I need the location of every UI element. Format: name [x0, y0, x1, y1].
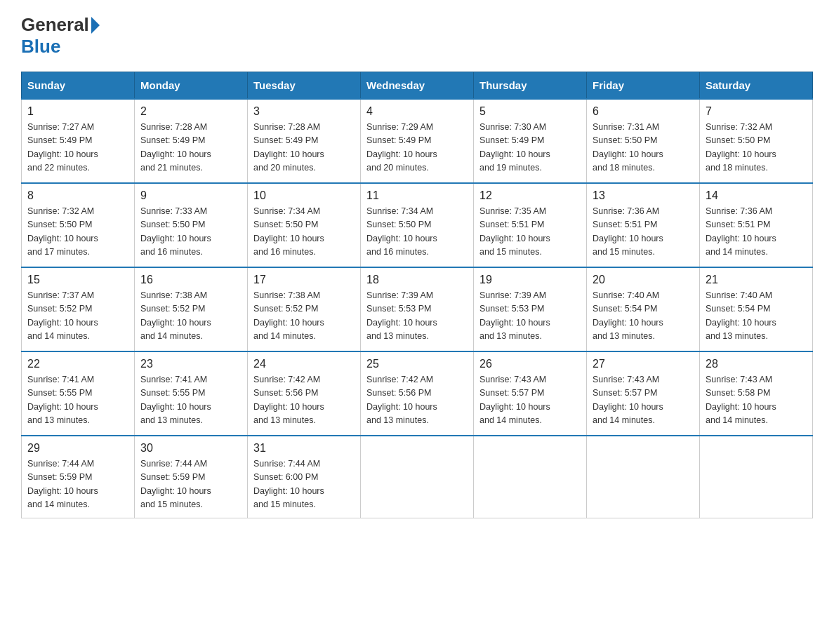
day-info: Sunrise: 7:35 AM Sunset: 5:51 PM Dayligh… — [479, 205, 581, 260]
week-row-3: 15 Sunrise: 7:37 AM Sunset: 5:52 PM Dayl… — [22, 267, 813, 351]
day-number: 31 — [253, 442, 355, 455]
day-cell: 3 Sunrise: 7:28 AM Sunset: 5:49 PM Dayli… — [248, 99, 361, 183]
day-cell: 18 Sunrise: 7:39 AM Sunset: 5:53 PM Dayl… — [361, 267, 474, 351]
day-cell: 24 Sunrise: 7:42 AM Sunset: 5:56 PM Dayl… — [248, 351, 361, 436]
day-number: 26 — [479, 358, 581, 370]
day-info: Sunrise: 7:28 AM Sunset: 5:49 PM Dayligh… — [140, 121, 241, 175]
day-number: 6 — [593, 105, 694, 118]
week-row-4: 22 Sunrise: 7:41 AM Sunset: 5:55 PM Dayl… — [22, 351, 813, 436]
day-cell: 26 Sunrise: 7:43 AM Sunset: 5:57 PM Dayl… — [474, 351, 587, 436]
day-cell: 15 Sunrise: 7:37 AM Sunset: 5:52 PM Dayl… — [22, 267, 135, 351]
day-info: Sunrise: 7:44 AM Sunset: 5:59 PM Dayligh… — [140, 457, 241, 512]
day-cell — [474, 436, 587, 518]
day-number: 7 — [706, 105, 807, 118]
day-number: 30 — [140, 442, 241, 455]
day-info: Sunrise: 7:33 AM Sunset: 5:50 PM Dayligh… — [140, 205, 241, 260]
day-info: Sunrise: 7:44 AM Sunset: 6:00 PM Dayligh… — [253, 457, 355, 512]
day-info: Sunrise: 7:36 AM Sunset: 5:51 PM Dayligh… — [706, 205, 807, 260]
day-cell: 23 Sunrise: 7:41 AM Sunset: 5:55 PM Dayl… — [135, 351, 248, 436]
day-cell: 12 Sunrise: 7:35 AM Sunset: 5:51 PM Dayl… — [474, 183, 587, 267]
day-cell — [361, 436, 474, 518]
day-info: Sunrise: 7:40 AM Sunset: 5:54 PM Dayligh… — [706, 289, 807, 344]
day-info: Sunrise: 7:38 AM Sunset: 5:52 PM Dayligh… — [140, 289, 241, 344]
day-number: 5 — [479, 105, 581, 118]
day-cell: 8 Sunrise: 7:32 AM Sunset: 5:50 PM Dayli… — [22, 183, 135, 267]
day-info: Sunrise: 7:27 AM Sunset: 5:49 PM Dayligh… — [27, 121, 128, 175]
day-cell: 13 Sunrise: 7:36 AM Sunset: 5:51 PM Dayl… — [587, 183, 700, 267]
day-info: Sunrise: 7:43 AM Sunset: 5:57 PM Dayligh… — [593, 373, 694, 428]
day-number: 2 — [140, 105, 241, 118]
header-monday: Monday — [135, 72, 248, 100]
day-cell: 31 Sunrise: 7:44 AM Sunset: 6:00 PM Dayl… — [248, 436, 361, 518]
day-info: Sunrise: 7:32 AM Sunset: 5:50 PM Dayligh… — [706, 121, 807, 175]
day-cell: 4 Sunrise: 7:29 AM Sunset: 5:49 PM Dayli… — [361, 99, 474, 183]
day-info: Sunrise: 7:29 AM Sunset: 5:49 PM Dayligh… — [366, 121, 468, 175]
day-cell: 1 Sunrise: 7:27 AM Sunset: 5:49 PM Dayli… — [22, 99, 135, 183]
day-cell: 2 Sunrise: 7:28 AM Sunset: 5:49 PM Dayli… — [135, 99, 248, 183]
day-info: Sunrise: 7:43 AM Sunset: 5:57 PM Dayligh… — [479, 373, 581, 428]
day-cell: 25 Sunrise: 7:42 AM Sunset: 5:56 PM Dayl… — [361, 351, 474, 436]
day-info: Sunrise: 7:39 AM Sunset: 5:53 PM Dayligh… — [479, 289, 581, 344]
day-number: 10 — [253, 189, 355, 202]
day-info: Sunrise: 7:43 AM Sunset: 5:58 PM Dayligh… — [706, 373, 807, 428]
day-cell: 5 Sunrise: 7:30 AM Sunset: 5:49 PM Dayli… — [474, 99, 587, 183]
day-number: 9 — [140, 189, 241, 202]
day-number: 25 — [366, 358, 468, 370]
day-cell: 22 Sunrise: 7:41 AM Sunset: 5:55 PM Dayl… — [22, 351, 135, 436]
day-number: 19 — [479, 274, 581, 286]
day-number: 8 — [27, 189, 128, 202]
day-number: 23 — [140, 358, 241, 370]
day-cell: 6 Sunrise: 7:31 AM Sunset: 5:50 PM Dayli… — [587, 99, 700, 183]
day-info: Sunrise: 7:42 AM Sunset: 5:56 PM Dayligh… — [366, 373, 468, 428]
day-number: 15 — [27, 274, 128, 286]
day-info: Sunrise: 7:38 AM Sunset: 5:52 PM Dayligh… — [253, 289, 355, 344]
day-cell: 14 Sunrise: 7:36 AM Sunset: 5:51 PM Dayl… — [700, 183, 813, 267]
day-cell: 16 Sunrise: 7:38 AM Sunset: 5:52 PM Dayl… — [135, 267, 248, 351]
day-cell — [587, 436, 700, 518]
day-cell: 27 Sunrise: 7:43 AM Sunset: 5:57 PM Dayl… — [587, 351, 700, 436]
day-number: 28 — [706, 358, 807, 370]
day-info: Sunrise: 7:40 AM Sunset: 5:54 PM Dayligh… — [593, 289, 694, 344]
day-info: Sunrise: 7:39 AM Sunset: 5:53 PM Dayligh… — [366, 289, 468, 344]
day-number: 21 — [706, 274, 807, 286]
calendar-table: SundayMondayTuesdayWednesdayThursdayFrid… — [21, 72, 813, 518]
header-tuesday: Tuesday — [248, 72, 361, 100]
day-number: 11 — [366, 189, 468, 202]
logo-arrow-icon — [91, 17, 100, 34]
day-info: Sunrise: 7:37 AM Sunset: 5:52 PM Dayligh… — [27, 289, 128, 344]
day-number: 18 — [366, 274, 468, 286]
day-info: Sunrise: 7:34 AM Sunset: 5:50 PM Dayligh… — [253, 205, 355, 260]
day-cell: 29 Sunrise: 7:44 AM Sunset: 5:59 PM Dayl… — [22, 436, 135, 518]
header-sunday: Sunday — [22, 72, 135, 100]
calendar-header-row: SundayMondayTuesdayWednesdayThursdayFrid… — [22, 72, 813, 100]
day-number: 16 — [140, 274, 241, 286]
day-cell: 7 Sunrise: 7:32 AM Sunset: 5:50 PM Dayli… — [700, 99, 813, 183]
day-number: 29 — [27, 442, 128, 455]
day-info: Sunrise: 7:32 AM Sunset: 5:50 PM Dayligh… — [27, 205, 128, 260]
day-info: Sunrise: 7:31 AM Sunset: 5:50 PM Dayligh… — [593, 121, 694, 175]
day-number: 27 — [593, 358, 694, 370]
header-wednesday: Wednesday — [361, 72, 474, 100]
day-info: Sunrise: 7:42 AM Sunset: 5:56 PM Dayligh… — [253, 373, 355, 428]
day-info: Sunrise: 7:28 AM Sunset: 5:49 PM Dayligh… — [253, 121, 355, 175]
header-thursday: Thursday — [474, 72, 587, 100]
logo: General Blue — [21, 14, 102, 58]
day-number: 1 — [27, 105, 128, 118]
day-info: Sunrise: 7:34 AM Sunset: 5:50 PM Dayligh… — [366, 205, 468, 260]
day-info: Sunrise: 7:41 AM Sunset: 5:55 PM Dayligh… — [140, 373, 241, 428]
day-number: 17 — [253, 274, 355, 286]
day-number: 22 — [27, 358, 128, 370]
day-cell: 11 Sunrise: 7:34 AM Sunset: 5:50 PM Dayl… — [361, 183, 474, 267]
page-header: General Blue — [21, 14, 813, 58]
header-friday: Friday — [587, 72, 700, 100]
logo-general-text: General — [21, 14, 89, 36]
day-cell: 30 Sunrise: 7:44 AM Sunset: 5:59 PM Dayl… — [135, 436, 248, 518]
day-info: Sunrise: 7:30 AM Sunset: 5:49 PM Dayligh… — [479, 121, 581, 175]
day-info: Sunrise: 7:44 AM Sunset: 5:59 PM Dayligh… — [27, 457, 128, 512]
day-cell: 28 Sunrise: 7:43 AM Sunset: 5:58 PM Dayl… — [700, 351, 813, 436]
day-info: Sunrise: 7:36 AM Sunset: 5:51 PM Dayligh… — [593, 205, 694, 260]
day-cell: 10 Sunrise: 7:34 AM Sunset: 5:50 PM Dayl… — [248, 183, 361, 267]
header-saturday: Saturday — [700, 72, 813, 100]
day-info: Sunrise: 7:41 AM Sunset: 5:55 PM Dayligh… — [27, 373, 128, 428]
day-number: 20 — [593, 274, 694, 286]
